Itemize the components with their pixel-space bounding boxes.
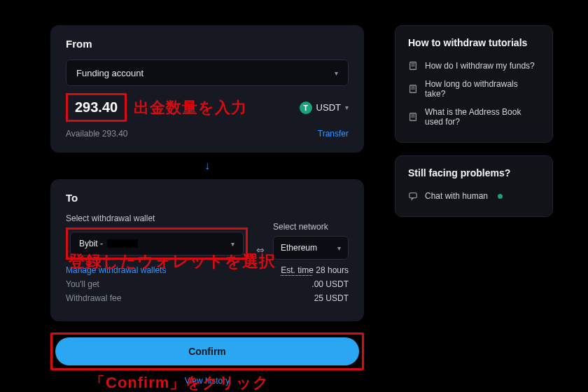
from-card: From Funding account ▾ 293.40 出金数量を入力 T … [50, 25, 364, 153]
currency-label: USDT [316, 102, 341, 113]
withdraw-amount-input[interactable]: 293.40 [66, 93, 127, 122]
chat-with-human-link[interactable]: Chat with human [408, 187, 540, 205]
est-time-label: Est. time [281, 265, 314, 275]
chevron-down-icon: ▾ [335, 69, 338, 77]
document-icon [408, 61, 418, 71]
tutorial-link[interactable]: How long do withdrawals take? [408, 75, 540, 103]
fee-value: 25 USDT [314, 293, 349, 303]
currency-select[interactable]: T USDT ▾ [300, 102, 349, 114]
to-title: To [66, 192, 349, 204]
chevron-down-icon: ▾ [345, 104, 349, 111]
you-get-value: .00 USDT [312, 279, 349, 289]
chat-icon [408, 191, 418, 201]
arrow-down-icon: ↓ [50, 153, 364, 179]
document-icon [408, 84, 418, 94]
fee-label: Withdrawal fee [66, 293, 121, 303]
est-time-value: 28 hours [316, 265, 349, 275]
wallet-masked-value [107, 239, 138, 248]
annotation-amount: 出金数量を入力 [134, 97, 247, 118]
tutorials-card: How to withdraw tutorials How do I withd… [395, 25, 553, 143]
tutorial-link[interactable]: How do I withdraw my funds? [408, 57, 540, 75]
side-panel: How to withdraw tutorials How do I withd… [395, 25, 553, 386]
problems-card: Still facing problems? Chat with human [395, 155, 553, 217]
funding-account-select[interactable]: Funding account ▾ [66, 59, 349, 86]
network-select-label: Select network [273, 222, 349, 232]
svg-rect-9 [410, 193, 417, 198]
network-value: Ethereum [281, 243, 317, 253]
online-status-dot [498, 194, 503, 199]
to-card: To Select withdrawal wallet Bybit - ▾ [50, 179, 364, 321]
withdraw-form: From Funding account ▾ 293.40 出金数量を入力 T … [50, 25, 364, 386]
available-text: Available 293.40 [66, 129, 128, 139]
annotation-confirm: 「Confirm」をクリック [90, 372, 270, 392]
problems-title: Still facing problems? [408, 167, 540, 178]
chevron-down-icon: ▾ [337, 244, 341, 252]
from-title: From [66, 38, 349, 50]
wallet-select-label: Select withdrawal wallet [66, 214, 248, 223]
tutorials-title: How to withdraw tutorials [408, 37, 540, 48]
chevron-down-icon: ▾ [231, 240, 234, 248]
annotation-wallet: 登録したウォレットを選択 [69, 251, 276, 272]
transfer-link[interactable]: Transfer [318, 129, 349, 139]
network-select[interactable]: Ethereum ▾ [273, 236, 349, 260]
confirm-highlight-box: Confirm [50, 332, 364, 370]
wallet-value-prefix: Bybit - [79, 239, 103, 248]
usdt-icon: T [300, 102, 312, 114]
document-icon [408, 112, 418, 122]
funding-account-value: Funding account [76, 68, 144, 78]
you-get-label: You'll get [66, 279, 99, 289]
confirm-button[interactable]: Confirm [55, 337, 359, 365]
tutorial-link[interactable]: What is the Address Book used for? [408, 103, 540, 131]
